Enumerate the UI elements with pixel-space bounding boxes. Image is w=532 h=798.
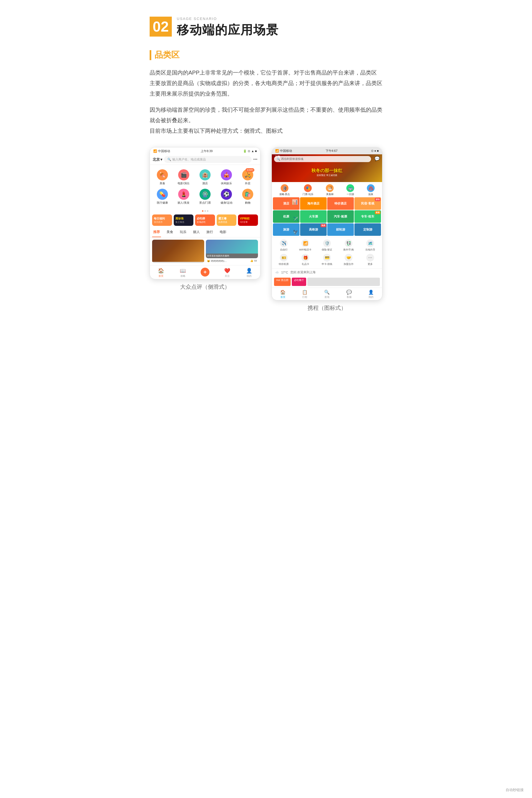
ct-wifi-label: WiFi电话卡 <box>299 248 312 252</box>
ct-custom-cell[interactable]: 定制游 <box>355 223 381 236</box>
ct-cheap-hotel-cell[interactable]: 特价酒店 <box>327 197 354 210</box>
ct-hero-banner: 上海 🔍 西伯利亚铁道惊魂 💬 秋冬の那一抹红 提前预定 享立减优惠 <box>272 154 382 182</box>
dp-promo-row: 每日福利 领优惠券 黑珍珠 食之臻选 必吃榜 全域必吃 霸王餐 品质优选 <box>150 213 260 227</box>
dp-promo-king[interactable]: 霸王餐 品质优选 <box>217 214 236 226</box>
ct-flight-cell[interactable]: 机票 ✈️ <box>273 210 300 223</box>
ct-nav-tickets[interactable]: 🎭 门票·玩乐 <box>303 184 314 196</box>
ct-icon-insurance[interactable]: 🛡️ 保险·签证 <box>317 240 337 252</box>
dp-cat-fitness[interactable]: ⚽ 健身/运动 <box>216 187 237 206</box>
dp-card-caption: 非常喜欢他家的衣服哟 <box>206 253 258 258</box>
dp-bottom-fab[interactable]: + <box>194 268 216 278</box>
ct-more-icon: ⋯ <box>366 254 374 262</box>
dp-carrier: 📶 中国移动 <box>153 149 170 153</box>
ct-itinerary-icon: 📋 <box>302 289 307 295</box>
dp-promo-daily[interactable]: 每日福利 领优惠券 <box>152 214 172 226</box>
dp-promo-black[interactable]: 黑珍珠 食之臻选 <box>174 214 194 226</box>
ct-more-label: 更多 <box>368 262 373 266</box>
ct-weather-icon: ☁️ <box>275 270 279 274</box>
dp-tab-fun[interactable]: 玩乐 <box>179 227 188 237</box>
ct-hsr-cell[interactable]: 高铁游 热卖 <box>300 223 327 236</box>
dp-tab-beauty[interactable]: 丽人 <box>192 227 201 237</box>
dp-bottom-me[interactable]: 👤 我的 <box>238 268 260 278</box>
ct-icons-row-2: 🎫 特价机票 🎁 礼品卡 💳 申卡·借钱 🤝 加盟合作 <box>272 254 382 268</box>
dp-tab-recommend[interactable]: 推荐 <box>152 227 161 237</box>
dp-more-button[interactable]: ··· <box>253 156 258 163</box>
dp-cat-beauty[interactable]: 💄 丽人/美发 <box>173 187 194 206</box>
dp-tab-movie[interactable]: 电影 <box>218 227 227 237</box>
dp-card-1[interactable] <box>152 240 204 263</box>
ct-bottom-discover[interactable]: 🔍 发现 <box>316 289 338 299</box>
dp-cat-scenic-icon: 🎡 <box>200 189 211 200</box>
dp-bottom-home[interactable]: 🏠 首页 <box>150 268 172 278</box>
ct-bottom-bar: 🏠 首页 📋 行程 🔍 发现 💬 客服 <box>272 288 382 300</box>
ct-bottom-home[interactable]: 🏠 首页 <box>272 289 294 299</box>
ct-overseas-hotel-cell[interactable]: 海外酒店 <box>300 197 327 210</box>
dp-promo-must[interactable]: 必吃榜 全域必吃 <box>195 214 215 226</box>
dp-cat-shopping[interactable]: 🛍️ 购物 <box>237 187 259 206</box>
dp-cat-movie-icon: 🎬 <box>178 169 189 180</box>
ct-hotel-cell[interactable]: 酒店 📊 <box>273 197 300 210</box>
ct-bottom-service[interactable]: 💬 客服 <box>338 289 360 299</box>
ct-home-icon: 🏠 <box>280 289 286 295</box>
ct-nav-food[interactable]: 🍜 美食林 <box>326 184 334 196</box>
ct-discover-icon: 🔍 <box>324 289 330 295</box>
ct-custom-label: 定制游 <box>363 227 373 232</box>
ct-icon-guide[interactable]: 🗺️ 当地向导 <box>360 240 380 252</box>
ct-hsr-label: 高铁游 <box>309 227 318 232</box>
ct-icon-gift[interactable]: 🎁 礼品卡 <box>296 254 315 266</box>
ct-homestay-cell[interactable]: 民宿·客栈 折扣 <box>355 197 381 210</box>
dp-bottom-guide[interactable]: 📖 攻略 <box>172 268 194 278</box>
dp-me-icon: 👤 <box>246 268 252 274</box>
dp-search-bar[interactable]: 北京 ▾ 🔍 输入商户名、地点或菜品 ··· <box>150 154 260 165</box>
ct-icon-cheap-flight[interactable]: 🎫 特价机票 <box>274 254 293 266</box>
ct-icon-more[interactable]: ⋯ 更多 <box>360 254 380 266</box>
dp-cat-scenic[interactable]: 🎡 景点/门票 <box>194 187 215 206</box>
dp-tab-food[interactable]: 美食 <box>166 227 174 237</box>
dp-search-input[interactable]: 🔍 输入商户名、地点或菜品 <box>164 156 252 163</box>
ct-train-cell[interactable]: 火车票 <box>300 210 327 223</box>
ct-promo-must-tag[interactable]: 必吃餐厅 <box>292 278 306 286</box>
ct-icon-currency[interactable]: 💱 换外币·购 <box>339 240 358 252</box>
dp-promo-vip[interactable]: VIP特权 5折套餐 <box>238 214 258 226</box>
dp-tab-travel[interactable]: 旅行 <box>205 227 214 237</box>
ct-nav-scenic[interactable]: 🗿 攻略·景点 <box>279 184 290 196</box>
dp-bottom-follow[interactable]: ❤️ 关注 <box>216 268 238 278</box>
ctrip-phone-mockup: 📶 中国移动 下午4:67 ⊙ ● ■ 上海 🔍 西伯利亚铁道惊魂 💬 秋冬の那… <box>271 147 382 300</box>
ct-icon-card[interactable]: 💳 申卡·借钱 <box>317 254 337 266</box>
ct-overseas-hotel-label: 海外酒店 <box>307 202 320 206</box>
ct-bottom-itinerary[interactable]: 📋 行程 <box>294 289 316 299</box>
ct-icon-wifi[interactable]: 📶 WiFi电话卡 <box>296 240 315 252</box>
ct-cruise-cell[interactable]: 邮轮游 <box>327 223 354 236</box>
dp-cat-beauty-icon: 💄 <box>178 189 189 200</box>
dp-home-icon: 🏠 <box>158 268 164 274</box>
dp-promo-black-title: 黑珍珠 <box>175 217 192 221</box>
dp-card-2[interactable]: 非常喜欢他家的衣服哟 <box>206 240 258 258</box>
ct-tour-cell[interactable]: 旅游 🦅 <box>273 223 300 236</box>
dp-cat-takeout[interactable]: 🛵 送福利 外卖 <box>237 168 259 187</box>
dp-cat-food[interactable]: 🍖 美食 <box>152 168 173 187</box>
ct-cheap-flight-icon: 🎫 <box>280 254 288 262</box>
dp-dots-indicator <box>150 209 260 213</box>
dp-fab-button[interactable]: + <box>201 268 209 277</box>
ct-icon-partner[interactable]: 🤝 加盟合作 <box>339 254 358 266</box>
ct-guide-label: 当地向导 <box>365 248 375 252</box>
dp-cat-leisure-label: 休闲娱乐 <box>221 182 232 185</box>
dp-cat-leisure[interactable]: 🎪 休闲娱乐 <box>216 168 237 187</box>
ct-promo-hot-tag[interactable]: Hot 票点榜 <box>274 278 291 286</box>
dp-cat-hotel[interactable]: 🏨 酒店 <box>194 168 215 187</box>
ct-icon-free-travel[interactable]: ✈️ 自由行 <box>274 240 293 252</box>
dp-takeout-badge: 送福利 <box>246 168 254 172</box>
ct-nav-daytrip[interactable]: 🚌 一日游 <box>346 184 354 196</box>
ct-cruise-label: 邮轮游 <box>336 227 345 232</box>
ct-bottom-me[interactable]: 👤 我的 <box>360 289 382 299</box>
ct-hero-overlay: 秋冬の那一抹红 提前预定 享立减优惠 <box>272 154 382 182</box>
ct-car-cell[interactable]: 汽车·船票 <box>327 210 354 223</box>
ct-card-icon: 💳 <box>323 254 331 262</box>
ct-rental-cell[interactable]: 专车·租车 超值 <box>355 210 381 223</box>
dp-cat-medical[interactable]: 💊 医疗健康 <box>152 187 173 206</box>
dp-location[interactable]: 北京 ▾ <box>153 157 163 162</box>
dp-cat-movie-label: 电影/演出 <box>177 182 190 185</box>
ct-nav-spa[interactable]: ♨️ 温泉 <box>367 184 375 196</box>
dp-cat-leisure-icon: 🎪 <box>221 169 232 180</box>
dp-cat-movie[interactable]: 🎬 电影/演出 <box>173 168 194 187</box>
